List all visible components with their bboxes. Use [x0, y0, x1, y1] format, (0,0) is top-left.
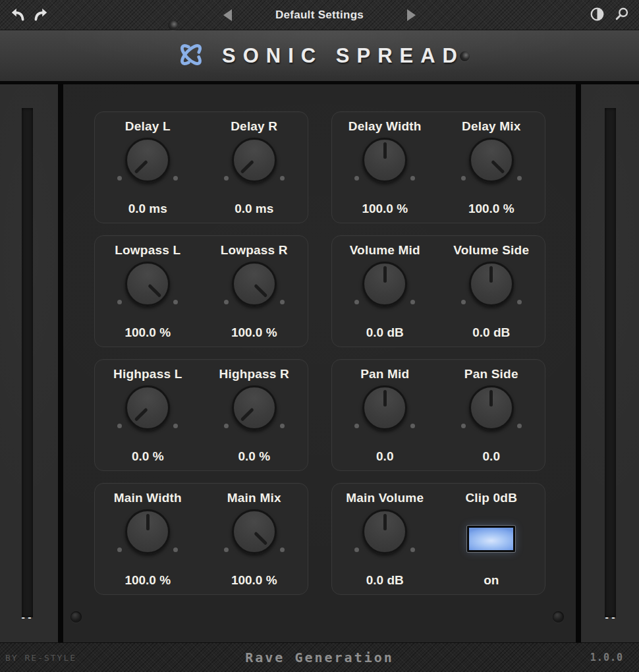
knob-control: Highpass L 0.0 %: [95, 360, 202, 470]
control-label: Lowpass R: [221, 243, 288, 258]
magnifier-icon: [614, 7, 629, 24]
knob[interactable]: [232, 509, 277, 554]
control-group: Main Volume 0.0 dB Clip 0dB on: [331, 483, 545, 595]
footer-bar: BY RE-STYLE Rave Generation 1.0.0: [0, 642, 639, 672]
knob-max-dot: [280, 300, 285, 304]
right-meter-readout: --: [604, 613, 617, 623]
knob-min-dot: [117, 424, 122, 428]
knob-min-dot: [354, 300, 359, 304]
title-bar: Default Settings: [0, 0, 639, 30]
contrast-button[interactable]: [588, 7, 605, 24]
previous-preset-icon[interactable]: [223, 9, 232, 21]
knob-pointer: [383, 266, 387, 283]
knob-max-dot: [517, 176, 522, 181]
screw-bottom-right: [553, 611, 564, 623]
knob[interactable]: [125, 509, 170, 554]
next-preset-icon[interactable]: [407, 9, 416, 21]
preset-navigator: Default Settings: [0, 0, 639, 30]
knob-pointer: [148, 284, 161, 298]
knob-control: Main Volume 0.0 dB: [332, 484, 439, 594]
knob-pointer: [254, 532, 267, 546]
screw-left: [168, 20, 178, 30]
plugin-window: Default Settings: [0, 0, 639, 672]
knob[interactable]: [362, 262, 407, 306]
controls-panel: Delay L 0.0 ms Delay R 0.0 ms Delay Widt…: [63, 84, 576, 642]
knob-zone: [449, 138, 534, 185]
knob[interactable]: [469, 385, 514, 430]
control-label: Volume Side: [453, 243, 529, 258]
control-label: Clip 0dB: [465, 491, 517, 505]
button-zone: [449, 509, 534, 557]
screw-bottom-left: [70, 611, 82, 623]
knob-zone: [449, 262, 534, 309]
knob-pointer: [491, 160, 505, 174]
knob-pointer: [489, 266, 493, 283]
knob-max-dot: [173, 547, 178, 552]
product-name: Rave Generation: [245, 650, 394, 665]
right-divider: [576, 84, 581, 642]
right-meter-panel: --: [581, 84, 639, 642]
control-label: Delay L: [125, 119, 171, 134]
knob[interactable]: [362, 385, 407, 430]
knob-max-dot: [280, 547, 285, 552]
knob-zone: [342, 385, 428, 433]
control-group: Volume Mid 0.0 dB Volume Side 0.0 dB: [331, 235, 545, 347]
knob-pointer: [383, 142, 387, 159]
knob[interactable]: [469, 262, 514, 306]
knob-control: Delay Width 100.0 %: [332, 112, 439, 223]
knob-zone: [342, 509, 428, 557]
knob-zone: [342, 138, 428, 185]
knob-control: Highpass R 0.0 %: [201, 360, 308, 470]
knob[interactable]: [232, 262, 277, 306]
knob-control: Delay Mix 100.0 %: [438, 112, 545, 223]
developer-credit: BY RE-STYLE: [5, 653, 76, 663]
knob[interactable]: [362, 138, 407, 182]
control-label: Delay R: [231, 119, 277, 134]
knob-control: Volume Mid 0.0 dB: [332, 236, 439, 347]
knob-max-dot: [410, 424, 415, 428]
knob-control: Lowpass R 100.0 %: [201, 236, 308, 347]
magnify-button[interactable]: [613, 7, 630, 24]
knob-pointer: [240, 408, 254, 422]
control-label: Main Volume: [346, 491, 424, 505]
brand: SONIC SPREAD: [0, 30, 639, 81]
knob[interactable]: [125, 385, 170, 430]
knob[interactable]: [469, 138, 514, 182]
knob-control: Main Mix 100.0 %: [201, 484, 308, 594]
knob-control: Lowpass L 100.0 %: [95, 236, 202, 347]
header: SONIC SPREAD: [0, 30, 639, 81]
knob-max-dot: [410, 547, 415, 552]
knob-min-dot: [224, 176, 229, 181]
knob-pointer: [146, 514, 150, 530]
control-value: 100.0 %: [468, 202, 514, 216]
left-level-meter: [22, 108, 33, 617]
control-group: Main Width 100.0 % Main Mix 100.0 %: [94, 483, 308, 595]
knob[interactable]: [232, 385, 277, 430]
knob[interactable]: [232, 138, 277, 182]
control-value: 0.0 dB: [366, 325, 404, 340]
control-value: on: [484, 573, 499, 588]
knob-control: Main Width 100.0 %: [95, 484, 202, 594]
knob[interactable]: [362, 509, 407, 554]
knob-max-dot: [173, 176, 178, 181]
control-group: Lowpass L 100.0 % Lowpass R 100.0 %: [94, 235, 308, 347]
preset-name[interactable]: Default Settings: [275, 9, 364, 22]
knob-zone: [105, 385, 190, 433]
control-label: Highpass L: [113, 367, 182, 381]
knob-max-dot: [280, 176, 285, 181]
knob-zone: [211, 138, 297, 185]
knob-min-dot: [354, 176, 359, 181]
control-label: Pan Mid: [360, 367, 409, 381]
knob-zone: [105, 262, 190, 309]
clip-toggle-button[interactable]: [467, 526, 515, 552]
control-value: 0.0 dB: [366, 573, 404, 588]
knob-control: Delay R 0.0 ms: [201, 112, 308, 223]
knob-pointer: [489, 390, 493, 406]
knob[interactable]: [125, 262, 170, 306]
knob-control: Volume Side 0.0 dB: [438, 236, 545, 347]
knob[interactable]: [125, 138, 170, 182]
control-value: 0.0 %: [132, 449, 164, 464]
control-group: Delay L 0.0 ms Delay R 0.0 ms: [94, 111, 308, 223]
knob-min-dot: [224, 424, 229, 428]
knob-max-dot: [410, 176, 415, 181]
